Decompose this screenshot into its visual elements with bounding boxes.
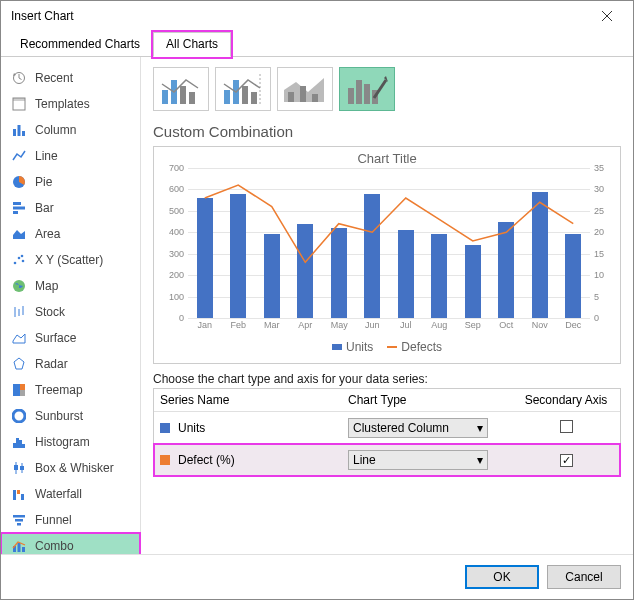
sidebar-item-column[interactable]: Column (1, 117, 140, 143)
header-chart-type: Chart Type (348, 393, 518, 407)
svg-rect-52 (251, 92, 257, 104)
svg-rect-55 (288, 92, 294, 102)
sunburst-chart-icon (11, 408, 27, 424)
sidebar-item-sunburst[interactable]: Sunburst (1, 403, 140, 429)
sidebar-item-scatter[interactable]: X Y (Scatter) (1, 247, 140, 273)
close-button[interactable] (587, 1, 627, 31)
chart-type-select-defect[interactable]: Line▾ (348, 450, 488, 470)
chart-preview: Chart Title 0100200300400500600700051015… (153, 146, 621, 364)
svg-rect-10 (13, 207, 25, 210)
svg-rect-30 (19, 440, 22, 448)
sidebar-item-combo[interactable]: Combo (1, 533, 140, 554)
svg-point-16 (21, 255, 24, 258)
svg-rect-23 (13, 384, 20, 396)
sidebar-item-map[interactable]: Map (1, 273, 140, 299)
sidebar-item-templates[interactable]: Templates (1, 91, 140, 117)
templates-icon (11, 96, 27, 112)
svg-rect-44 (22, 547, 25, 552)
svg-rect-37 (17, 490, 20, 494)
chart-category-list: Recent Templates Column Line Pie Bar Are… (1, 57, 141, 554)
svg-rect-29 (16, 438, 19, 448)
svg-rect-6 (18, 125, 21, 136)
secondary-axis-checkbox-units[interactable] (560, 420, 573, 433)
svg-rect-40 (15, 519, 23, 522)
svg-rect-38 (21, 494, 24, 500)
column-chart-icon (11, 122, 27, 138)
svg-rect-4 (13, 98, 25, 101)
chevron-down-icon: ▾ (477, 421, 483, 435)
series-row-defect: Defect (%) Line▾ (154, 444, 620, 476)
svg-rect-43 (18, 543, 21, 552)
subtype-clustered-column-line[interactable] (153, 67, 209, 111)
subtype-clustered-column-line-secondary[interactable] (215, 67, 271, 111)
sidebar-item-line[interactable]: Line (1, 143, 140, 169)
svg-marker-22 (14, 358, 24, 369)
tab-recommended-charts[interactable]: Recommended Charts (7, 32, 153, 57)
series-swatch-units (160, 423, 170, 433)
cancel-button[interactable]: Cancel (547, 565, 621, 589)
svg-rect-60 (364, 84, 370, 104)
sidebar-item-bar[interactable]: Bar (1, 195, 140, 221)
svg-point-14 (18, 257, 21, 260)
recent-icon (11, 70, 27, 86)
svg-rect-48 (189, 92, 195, 104)
svg-rect-28 (13, 443, 16, 448)
series-prompt: Choose the chart type and axis for your … (153, 372, 621, 386)
radar-chart-icon (11, 356, 27, 372)
svg-rect-49 (224, 90, 230, 104)
chevron-down-icon: ▾ (477, 453, 483, 467)
sidebar-item-recent[interactable]: Recent (1, 65, 140, 91)
pie-chart-icon (11, 174, 27, 190)
sidebar-item-treemap[interactable]: Treemap (1, 377, 140, 403)
legend-defects: Defects (387, 340, 442, 354)
sidebar-item-box-whisker[interactable]: Box & Whisker (1, 455, 140, 481)
secondary-axis-checkbox-defect[interactable] (560, 454, 573, 467)
svg-point-13 (14, 262, 17, 265)
svg-rect-58 (348, 88, 354, 104)
svg-marker-21 (13, 334, 25, 343)
sidebar-item-funnel[interactable]: Funnel (1, 507, 140, 533)
subtype-custom-combination[interactable] (339, 67, 395, 111)
sidebar-item-histogram[interactable]: Histogram (1, 429, 140, 455)
svg-rect-31 (22, 444, 25, 448)
svg-rect-33 (14, 465, 18, 470)
sidebar-item-radar[interactable]: Radar (1, 351, 140, 377)
chart-type-select-units[interactable]: Clustered Column▾ (348, 418, 488, 438)
series-swatch-defect (160, 455, 170, 465)
svg-rect-9 (13, 202, 21, 205)
area-chart-icon (11, 226, 27, 242)
header-secondary-axis: Secondary Axis (518, 393, 614, 407)
subtype-stacked-area-column[interactable] (277, 67, 333, 111)
line-chart-icon (11, 148, 27, 164)
svg-rect-36 (13, 490, 16, 500)
svg-rect-25 (20, 390, 25, 396)
svg-point-15 (22, 260, 25, 263)
tab-all-charts[interactable]: All Charts (153, 32, 231, 57)
sidebar-item-stock[interactable]: Stock (1, 299, 140, 325)
legend-units: Units (332, 340, 373, 354)
treemap-chart-icon (11, 382, 27, 398)
ok-button[interactable]: OK (465, 565, 539, 589)
svg-point-17 (13, 280, 25, 292)
sidebar-item-waterfall[interactable]: Waterfall (1, 481, 140, 507)
section-title: Custom Combination (153, 123, 621, 140)
sidebar-item-pie[interactable]: Pie (1, 169, 140, 195)
svg-point-27 (17, 414, 22, 419)
scatter-chart-icon (11, 252, 27, 268)
waterfall-chart-icon (11, 486, 27, 502)
window-title: Insert Chart (11, 9, 74, 23)
svg-rect-35 (20, 466, 24, 470)
svg-rect-7 (22, 131, 25, 136)
svg-rect-11 (13, 211, 18, 214)
sidebar-item-surface[interactable]: Surface (1, 325, 140, 351)
series-table: Series Name Chart Type Secondary Axis Un… (153, 388, 621, 477)
svg-rect-5 (13, 129, 16, 136)
svg-rect-51 (242, 86, 248, 104)
sidebar-item-area[interactable]: Area (1, 221, 140, 247)
svg-rect-41 (17, 523, 21, 526)
combo-chart-icon (11, 538, 27, 554)
box-whisker-icon (11, 460, 27, 476)
svg-rect-39 (13, 515, 25, 518)
svg-rect-57 (312, 94, 318, 102)
histogram-chart-icon (11, 434, 27, 450)
